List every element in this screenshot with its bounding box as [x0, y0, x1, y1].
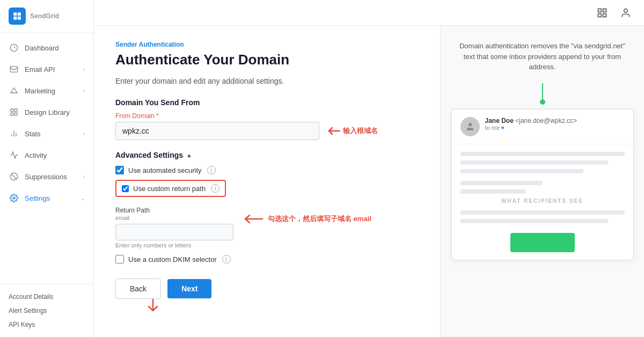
svg-rect-1	[18, 12, 21, 16]
sidebar-label-activity: Activity	[25, 151, 47, 159]
svg-rect-8	[11, 113, 13, 115]
return-path-label: Return Path email	[115, 207, 233, 222]
custom-return-path-checkbox[interactable]	[122, 185, 129, 192]
sidebar-logo: SendGrid	[0, 0, 93, 33]
skeleton-6	[460, 210, 625, 215]
email-from: Jane Doe <jane.doe@wpkz.cc>	[485, 117, 577, 124]
sidebar-label-suppressions: Suppressions	[25, 173, 67, 181]
automated-security-info[interactable]: i	[207, 166, 216, 174]
automated-security-checkbox[interactable]	[115, 166, 124, 174]
back-button[interactable]: Back	[115, 279, 161, 299]
from-domain-input[interactable]	[115, 122, 319, 140]
svg-rect-3	[18, 17, 21, 20]
main-content: Sender Authentication Authenticate Your …	[94, 26, 440, 337]
settings-chevron: ⌄	[80, 195, 85, 201]
what-recipients-see-label: WHAT RECIPIENTS SEE	[460, 198, 625, 204]
page-description: Enter your domain and edit any additiona…	[115, 77, 419, 85]
email-sender-info: Jane Doe <jane.doe@wpkz.cc> to me ▾	[485, 117, 577, 131]
email-header: Jane Doe <jane.doe@wpkz.cc> to me ▾	[452, 109, 633, 144]
sidebar-bottom: Account Details Alert Settings API Keys	[0, 284, 93, 337]
skeleton-4	[460, 181, 543, 185]
skeleton-7	[460, 219, 608, 223]
settings-icon	[9, 193, 19, 203]
sender-name: Jane Doe	[485, 117, 514, 124]
svg-rect-6	[11, 109, 13, 112]
grid-icon[interactable]	[595, 5, 610, 20]
suppressions-chevron: ›	[83, 174, 85, 180]
return-path-input[interactable]	[115, 224, 233, 240]
green-cta-bar	[510, 233, 575, 252]
advanced-settings-section: Advanced Settings ▲ Use automated securi…	[115, 151, 419, 263]
checkbox-annotation: 勾选这个，然后填写子域名 email	[268, 214, 371, 224]
custom-return-path-label: Use custom return path	[133, 185, 206, 193]
sidebar-sub-api-keys[interactable]: API Keys	[0, 318, 93, 332]
right-panel: Domain authentication removes the "via s…	[440, 26, 644, 337]
sidebar-label-stats: Stats	[25, 130, 41, 138]
sidebar-sub-account-details[interactable]: Account Details	[0, 290, 93, 304]
custom-dkim-info[interactable]: i	[222, 255, 231, 263]
advanced-settings-title: Advanced Settings ▲	[115, 151, 419, 159]
sender-avatar	[460, 117, 480, 136]
sidebar-nav: Dashboard Email API › Marketing › Design…	[0, 33, 93, 284]
custom-dkim-checkbox[interactable]	[115, 255, 124, 263]
svg-rect-16	[603, 13, 606, 17]
sidebar-item-stats[interactable]: Stats ›	[0, 123, 93, 144]
logo-text: SendGrid	[30, 12, 59, 20]
sidebar-item-settings[interactable]: Settings ⌄	[0, 187, 93, 209]
from-domain-label: From Domain *	[115, 112, 419, 120]
svg-rect-5	[10, 67, 17, 72]
suppressions-icon	[9, 171, 19, 182]
svg-rect-14	[603, 9, 606, 12]
connector-vert	[542, 83, 543, 99]
skeleton-2	[460, 160, 608, 165]
sidebar-label-design-library: Design Library	[25, 108, 70, 116]
email-to: to me ▾	[485, 124, 577, 131]
next-button[interactable]: Next	[167, 279, 211, 298]
email-preview-card: Jane Doe <jane.doe@wpkz.cc> to me ▾ WHAT…	[451, 109, 634, 260]
custom-return-path-info[interactable]: i	[211, 184, 219, 193]
sidebar-item-design-library[interactable]: Design Library	[0, 101, 93, 123]
button-row: Back Next	[115, 279, 419, 299]
connector-dot	[540, 99, 545, 105]
sidebar-item-activity[interactable]: Activity	[0, 144, 93, 166]
svg-point-18	[469, 123, 472, 126]
email-api-chevron: ›	[83, 67, 85, 72]
sidebar-item-email-api[interactable]: Email API ›	[0, 58, 93, 80]
sidebar-label-dashboard: Dashboard	[25, 44, 59, 52]
marketing-icon	[9, 85, 19, 96]
return-path-hint: Enter only numbers or letters	[115, 242, 233, 248]
connector-line	[540, 83, 545, 105]
section-label: Sender Authentication	[115, 41, 419, 48]
automated-security-row: Use automated security i	[115, 166, 419, 174]
sidebar: SendGrid Dashboard Email API › Marketing…	[0, 0, 94, 337]
sidebar-label-marketing: Marketing	[25, 87, 55, 95]
automated-security-label: Use automated security	[128, 166, 202, 174]
activity-icon	[9, 150, 19, 160]
sidebar-item-suppressions[interactable]: Suppressions ›	[0, 166, 93, 187]
svg-rect-7	[14, 109, 17, 112]
skeleton-5	[460, 189, 526, 194]
custom-return-path-box: Use custom return path i	[115, 180, 226, 197]
skeleton-3	[460, 169, 584, 173]
input-annotation: 输入根域名	[326, 126, 378, 136]
marketing-chevron: ›	[83, 88, 85, 94]
svg-rect-9	[14, 113, 17, 115]
page-title: Authenticate Your Domain	[115, 52, 419, 68]
sidebar-label-settings: Settings	[25, 194, 50, 202]
domain-section-title: Domain You Send From	[115, 98, 419, 107]
svg-point-17	[624, 9, 628, 12]
svg-rect-13	[598, 9, 602, 12]
svg-line-11	[11, 174, 16, 179]
user-icon[interactable]	[618, 5, 633, 20]
sender-email: <jane.doe@wpkz.cc>	[515, 117, 577, 124]
sidebar-sub-alert-settings[interactable]: Alert Settings	[0, 304, 93, 318]
design-library-icon	[9, 107, 19, 118]
sidebar-item-marketing[interactable]: Marketing ›	[0, 80, 93, 101]
svg-rect-2	[13, 17, 17, 20]
skeleton-1	[460, 152, 625, 156]
sidebar-item-dashboard[interactable]: Dashboard	[0, 37, 93, 58]
panel-description: Domain authentication removes the "via s…	[457, 41, 628, 72]
email-api-icon	[9, 64, 19, 75]
custom-dkim-row: Use a custom DKIM selector i	[115, 255, 419, 263]
stats-icon	[9, 128, 19, 139]
